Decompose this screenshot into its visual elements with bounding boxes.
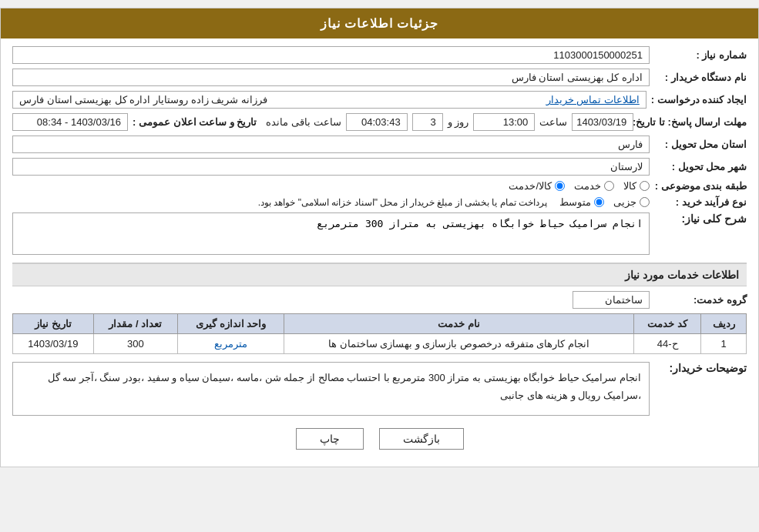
radio-partial: جزیی — [613, 196, 650, 208]
table-header-count: تعداد / مقدار — [93, 314, 177, 334]
buyer-notes-label: توضیحات خریدار: — [654, 362, 747, 374]
radio-kala-khedmat-label: کالا/خدمت — [509, 180, 552, 192]
radio-khedmat: خدمت — [574, 180, 614, 192]
radio-kala-label: کالا — [623, 180, 636, 192]
creator-row: ایجاد کننده درخواست : اطلاعات تماس خریدا… — [12, 91, 747, 109]
purchase-type-radio-group: جزیی متوسط — [559, 196, 650, 208]
creator-label: ایجاد کننده درخواست : — [651, 94, 747, 105]
services-table: ردیف کد خدمت نام خدمت واحد اندازه گیری ت… — [12, 313, 747, 354]
service-group-label: گروه خدمت: — [654, 294, 747, 306]
time-label: ساعت — [539, 116, 567, 128]
buyer-notes-row: توضیحات خریدار: انجام سرامیک حیاط خوابگا… — [12, 362, 747, 416]
need-number-value: 1103000150000251 — [12, 46, 650, 64]
response-deadline-row: مهلت ارسال پاسخ: تا تاریخ: 1403/03/19 سا… — [12, 113, 747, 131]
table-header-index: ردیف — [701, 314, 747, 334]
province-label: استان محل تحویل : — [654, 139, 747, 150]
table-cell-1: ح-44 — [633, 334, 700, 354]
purchase-type-desc: پرداخت تمام یا بخشی از مبلغ خریدار از مح… — [258, 197, 547, 208]
need-desc-label: شرح کلی نیاز: — [654, 212, 747, 225]
response-deadline-label: مهلت ارسال پاسخ: تا تاریخ: — [638, 116, 747, 128]
radio-kala: کالا — [623, 180, 650, 192]
purchase-type-label: نوع فرآیند خرید : — [654, 196, 747, 208]
buyer-label: نام دستگاه خریدار : — [654, 72, 747, 83]
table-header-date: تاریخ نیاز — [13, 314, 94, 334]
service-group-row: گروه خدمت: ساختمان — [12, 291, 747, 309]
page-header: جزئیات اطلاعات نیاز — [1, 8, 758, 38]
creator-box: اطلاعات تماس خریدار فرزانه شریف زاده روس… — [12, 91, 646, 109]
table-cell-3: مترمربع — [178, 334, 284, 354]
service-group-value: ساختمان — [573, 291, 650, 309]
print-button[interactable]: چاپ — [296, 428, 364, 450]
need-desc-textarea[interactable]: انجام سرامیک حیاط خوابگاه بهزیستی به متر… — [12, 212, 650, 255]
days-value: 3 — [412, 113, 443, 131]
radio-kala-khedmat-input[interactable] — [555, 181, 565, 191]
buyer-row: نام دستگاه خریدار : اداره کل بهزیستی است… — [12, 69, 747, 86]
button-row: بازگشت چاپ — [12, 428, 747, 450]
radio-khedmat-input[interactable] — [604, 181, 614, 191]
table-cell-2: انجام کارهای متفرقه درخصوص بازسازی و بهس… — [284, 334, 634, 354]
table-header-unit: واحد اندازه گیری — [178, 314, 284, 334]
category-radio-group: کالا خدمت کالا/خدمت — [509, 180, 650, 192]
need-number-row: شماره نیاز : 1103000150000251 — [12, 46, 747, 64]
creator-value: فرزانه شریف زاده روستایار اداره کل بهزیس… — [19, 94, 267, 105]
table-header-code: کد خدمت — [633, 314, 700, 334]
radio-medium-input[interactable] — [594, 197, 604, 207]
table-row: 1ح-44انجام کارهای متفرقه درخصوص بازسازی … — [13, 334, 747, 354]
radio-kala-khedmat: کالا/خدمت — [509, 180, 565, 192]
table-cell-5: 1403/03/19 — [13, 334, 94, 354]
province-row: استان محل تحویل : فارس — [12, 136, 747, 153]
date-value: 1403/03/19 — [572, 113, 633, 131]
radio-medium-label: متوسط — [559, 196, 591, 208]
table-header-name: نام خدمت — [284, 314, 634, 334]
days-label: روز و — [448, 116, 469, 128]
radio-medium: متوسط — [559, 196, 604, 208]
table-cell-4: 300 — [93, 334, 177, 354]
header-title: جزئیات اطلاعات نیاز — [321, 17, 439, 30]
announce-value: 1403/03/16 - 08:34 — [12, 113, 128, 131]
remaining-value: 04:03:43 — [346, 113, 408, 131]
remaining-label: ساعت باقی مانده — [266, 116, 341, 128]
need-number-label: شماره نیاز : — [654, 49, 747, 61]
buyer-value: اداره کل بهزیستی استان فارس — [12, 69, 650, 86]
table-cell-0: 1 — [701, 334, 747, 354]
page-wrapper: جزئیات اطلاعات نیاز شماره نیاز : 1103000… — [0, 8, 759, 467]
city-row: شهر محل تحویل : لارستان — [12, 158, 747, 176]
radio-partial-input[interactable] — [640, 197, 650, 207]
main-content: شماره نیاز : 1103000150000251 نام دستگاه… — [1, 38, 758, 467]
category-row: طبقه بندی موضوعی : کالا خدمت کالا/خدمت — [12, 180, 747, 192]
category-label: طبقه بندی موضوعی : — [654, 180, 747, 192]
time-value: 13:00 — [473, 113, 535, 131]
city-label: شهر محل تحویل : — [654, 161, 747, 172]
contact-link[interactable]: اطلاعات تماس خریدار — [546, 94, 640, 105]
announce-label: تاریخ و ساعت اعلان عمومی : — [133, 116, 257, 128]
radio-partial-label: جزیی — [613, 196, 636, 208]
back-button[interactable]: بازگشت — [379, 428, 464, 450]
province-value: فارس — [12, 136, 650, 153]
buyer-notes-value: انجام سرامیک حیاط خوابگاه بهزیستی به متر… — [12, 362, 650, 416]
purchase-type-row: نوع فرآیند خرید : جزیی متوسط پرداخت تمام… — [12, 196, 747, 208]
city-value: لارستان — [12, 158, 650, 176]
radio-kala-input[interactable] — [640, 181, 650, 191]
radio-khedmat-label: خدمت — [574, 180, 601, 192]
services-section-title: اطلاعات خدمات مورد نیاز — [12, 263, 747, 286]
need-desc-row: شرح کلی نیاز: انجام سرامیک حیاط خوابگاه … — [12, 212, 747, 255]
